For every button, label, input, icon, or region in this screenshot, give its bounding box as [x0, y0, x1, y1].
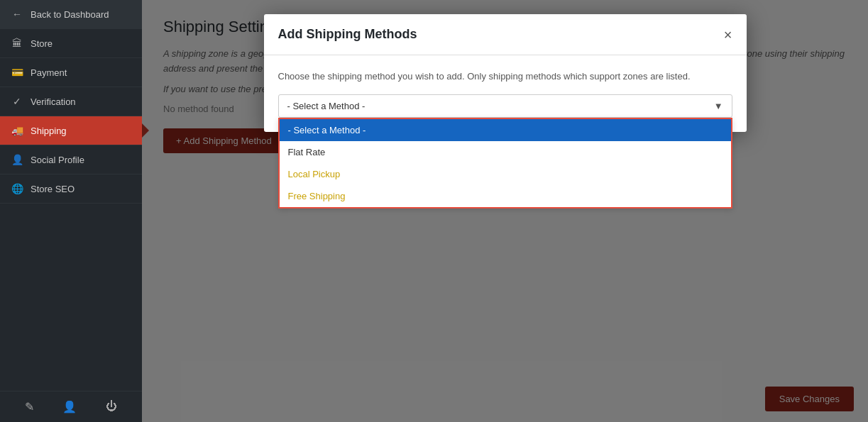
- store-icon: 🏛: [11, 38, 23, 49]
- shipping-icon: 🚚: [11, 125, 23, 136]
- sidebar-bottom-icons: ✎ 👤 ⏻: [0, 391, 142, 422]
- add-shipping-methods-modal: Add Shipping Methods × Choose the shippi…: [264, 14, 747, 132]
- power-icon[interactable]: ⏻: [106, 400, 117, 413]
- sidebar-item-shipping[interactable]: 🚚 Shipping: [0, 116, 142, 145]
- sidebar-item-label: Back to Dashboard: [31, 9, 109, 20]
- sidebar-item-label: Shipping: [31, 126, 67, 136]
- edit-icon[interactable]: ✎: [25, 400, 34, 413]
- back-arrow-icon: ←: [11, 9, 23, 20]
- modal-header: Add Shipping Methods ×: [264, 14, 747, 55]
- shipping-method-select[interactable]: - Select a Method - ▼: [278, 94, 732, 118]
- shipping-method-select-wrapper[interactable]: - Select a Method - ▼ - Select a Method …: [278, 94, 732, 118]
- check-icon: ✓: [11, 96, 23, 107]
- modal-description: Choose the shipping method you wish to a…: [278, 70, 732, 84]
- select-value: - Select a Method -: [287, 101, 366, 111]
- sidebar-item-label: Store SEO: [31, 184, 75, 194]
- modal-overlay: Add Shipping Methods × Choose the shippi…: [142, 0, 868, 422]
- dropdown-list: - Select a Method - Flat Rate Local Pick…: [278, 118, 732, 209]
- sidebar-item-social-profile[interactable]: 👤 Social Profile: [0, 145, 142, 174]
- sidebar-item-back-to-dashboard[interactable]: ← Back to Dashboard: [0, 0, 142, 29]
- dropdown-item-free-shipping[interactable]: Free Shipping: [280, 185, 731, 207]
- sidebar-item-label: Store: [31, 38, 53, 49]
- sidebar-item-payment[interactable]: 💳 Payment: [0, 58, 142, 87]
- sidebar-item-label: Social Profile: [31, 155, 84, 165]
- dropdown-item-local-pickup[interactable]: Local Pickup: [280, 163, 731, 185]
- seo-icon: 🌐: [11, 183, 23, 194]
- user-icon[interactable]: 👤: [62, 400, 77, 413]
- modal-title: Add Shipping Methods: [278, 27, 417, 42]
- dropdown-item-select-method[interactable]: - Select a Method -: [280, 119, 731, 141]
- modal-close-button[interactable]: ×: [724, 28, 732, 42]
- social-icon: 👤: [11, 154, 23, 165]
- sidebar: ← Back to Dashboard 🏛 Store 💳 Payment ✓ …: [0, 0, 142, 422]
- sidebar-item-verification[interactable]: ✓ Verification: [0, 87, 142, 116]
- sidebar-item-store-seo[interactable]: 🌐 Store SEO: [0, 174, 142, 204]
- dropdown-item-flat-rate[interactable]: Flat Rate: [280, 141, 731, 163]
- dropdown-arrow-icon: ▼: [714, 101, 723, 111]
- sidebar-item-label: Payment: [31, 67, 67, 78]
- main-content: Shipping Settings → Visit Store A shippi…: [142, 0, 868, 422]
- sidebar-item-label: Verification: [31, 96, 76, 107]
- modal-body: Choose the shipping method you wish to a…: [264, 55, 747, 132]
- sidebar-item-store[interactable]: 🏛 Store: [0, 29, 142, 58]
- payment-icon: 💳: [11, 67, 23, 78]
